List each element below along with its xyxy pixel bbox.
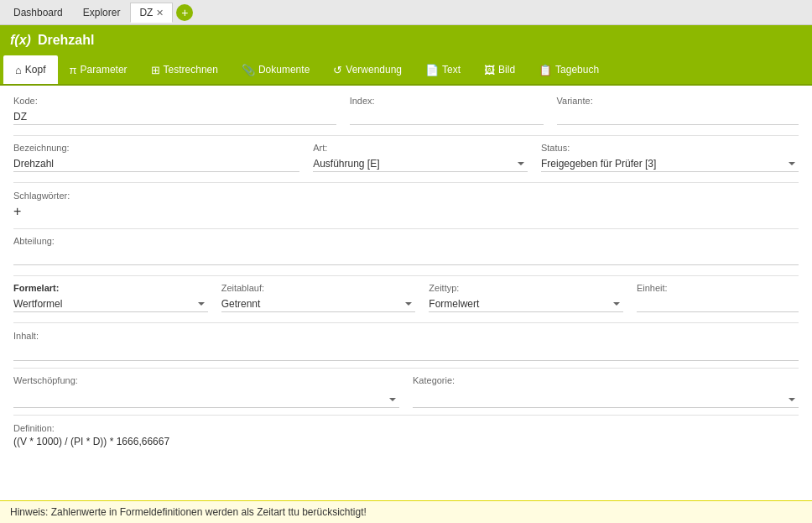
group-zeitablauf: Zeitablauf: Getrennt Option 2 — [221, 283, 416, 312]
einheit-label: Einheit: — [637, 283, 799, 293]
pdf-icon: 📄 — [425, 64, 439, 76]
close-dz-button[interactable]: ✕ — [156, 8, 164, 18]
group-wertschoepfung: Wertschöpfung: — [13, 375, 399, 408]
definition-value: ((V * 1000) / (PI * D)) * 1666,66667 — [13, 436, 799, 447]
abteilung-label: Abteilung: — [13, 236, 799, 246]
bezeichnung-label: Bezeichnung: — [13, 143, 299, 153]
group-art: Art: Ausführung [E] Option 2 — [313, 143, 528, 172]
cycle-icon: ↺ — [333, 64, 342, 76]
group-inhalt: Inhalt: — [13, 330, 799, 361]
zeitablauf-select[interactable]: Getrennt Option 2 — [221, 296, 416, 312]
row-bezeichnung: Bezeichnung: Art: Ausführung [E] Option … — [13, 143, 799, 172]
add-schlagwort-button[interactable]: + — [13, 205, 21, 218]
group-definition: Definition: ((V * 1000) / (PI * D)) * 16… — [13, 422, 799, 447]
schlagwoerter-label: Schlagwörter: — [13, 191, 70, 201]
status-label: Status: — [541, 143, 799, 153]
main-content: Kode: Index: Variante: Bezeichnung: Art:… — [0, 86, 812, 523]
inhalt-input[interactable] — [13, 345, 799, 361]
nav-tab-bild-label: Bild — [498, 64, 515, 76]
kategorie-label: Kategorie: — [413, 375, 799, 385]
group-abteilung: Abteilung: — [13, 236, 799, 265]
group-index: Index: — [350, 96, 544, 125]
bezeichnung-input[interactable] — [13, 156, 299, 172]
group-zeittyp: Zeittyp: Formelwert Option 2 — [429, 283, 623, 312]
kode-input[interactable] — [13, 109, 336, 125]
tab-explorer[interactable]: Explorer — [73, 2, 131, 24]
group-kode: Kode: — [13, 96, 336, 125]
add-tab-button[interactable]: + — [176, 4, 193, 21]
group-einheit: Einheit: — [637, 283, 799, 312]
status-select[interactable]: Freigegeben für Prüfer [3] Option 2 — [541, 156, 799, 172]
formula-title-text: Drehzahl — [38, 33, 95, 48]
hint-bar: Hinweis: Zahlenwerte in Formeldefinition… — [0, 500, 812, 523]
zeittyp-select[interactable]: Formelwert Option 2 — [429, 296, 623, 312]
image-icon: 🖼 — [484, 64, 495, 76]
nav-tab-dokumente[interactable]: 📎 Dokumente — [230, 55, 321, 84]
formelart-select[interactable]: Wertformel Option 2 — [13, 296, 208, 312]
row-wertschoepfung: Wertschöpfung: Kategorie: — [13, 375, 799, 408]
nav-tab-verwendung[interactable]: ↺ Verwendung — [321, 55, 414, 84]
art-label: Art: — [313, 143, 528, 153]
formelart-label: Formelart: — [13, 283, 208, 293]
group-bezeichnung: Bezeichnung: — [13, 143, 299, 172]
nav-tab-kopf-label: Kopf — [25, 64, 46, 76]
nav-tab-testrechnen[interactable]: ⊞ Testrechnen — [139, 55, 230, 84]
tab-dashboard[interactable]: Dashboard — [3, 2, 73, 24]
nav-tab-testrechnen-label: Testrechnen — [164, 64, 218, 76]
hint-text: Hinweis: Zahlenwerte in Formeldefinition… — [10, 506, 367, 518]
row-formelart: Formelart: Wertformel Option 2 Zeitablau… — [13, 283, 799, 312]
nav-tab-text[interactable]: 📄 Text — [414, 55, 472, 84]
nav-tab-text-label: Text — [442, 64, 461, 76]
definition-label: Definition: — [13, 423, 55, 433]
group-formelart: Formelart: Wertformel Option 2 — [13, 283, 208, 312]
group-kategorie: Kategorie: — [413, 375, 799, 408]
nav-tab-dokumente-label: Dokumente — [258, 64, 310, 76]
row-kode: Kode: Index: Variante: — [13, 96, 799, 125]
calc-icon: ⊞ — [151, 64, 160, 76]
wertschoepfung-label: Wertschöpfung: — [13, 375, 399, 385]
nav-tab-tagebuch[interactable]: 📋 Tagebuch — [527, 55, 611, 84]
tab-dz[interactable]: DZ ✕ — [130, 3, 173, 23]
abteilung-input[interactable] — [13, 249, 799, 265]
zeittyp-label: Zeittyp: — [429, 283, 623, 293]
kategorie-select[interactable] — [413, 392, 799, 408]
kode-label: Kode: — [13, 96, 336, 106]
fx-icon: f(x) — [10, 33, 31, 48]
inhalt-label: Inhalt: — [13, 331, 39, 341]
variante-input[interactable] — [557, 109, 799, 125]
formula-title-bar: f(x) Drehzahl — [0, 25, 812, 55]
group-variante: Variante: — [557, 96, 799, 125]
pi-icon: π — [70, 64, 77, 76]
variante-label: Variante: — [557, 96, 799, 106]
row-schlagwoerter: Schlagwörter: + — [13, 190, 799, 218]
nav-tab-kopf[interactable]: ⌂ Kopf — [3, 55, 58, 84]
book-icon: 📋 — [539, 64, 552, 76]
group-status: Status: Freigegeben für Prüfer [3] Optio… — [541, 143, 799, 172]
nav-tab-bar: ⌂ Kopf π Parameter ⊞ Testrechnen 📎 Dokum… — [0, 55, 812, 86]
index-label: Index: — [350, 96, 544, 106]
paperclip-icon: 📎 — [242, 64, 255, 76]
nav-tab-parameter-label: Parameter — [81, 64, 128, 76]
zeitablauf-label: Zeitablauf: — [221, 283, 416, 293]
row-abteilung: Abteilung: — [13, 236, 799, 265]
art-select[interactable]: Ausführung [E] Option 2 — [313, 156, 528, 172]
nav-tab-bild[interactable]: 🖼 Bild — [472, 55, 527, 84]
top-tab-bar: Dashboard Explorer DZ ✕ + — [0, 0, 812, 25]
tab-dz-label: DZ — [139, 7, 153, 18]
wertschoepfung-select[interactable] — [13, 392, 399, 408]
einheit-input[interactable] — [637, 296, 799, 312]
nav-tab-parameter[interactable]: π Parameter — [58, 55, 139, 84]
nav-tab-verwendung-label: Verwendung — [346, 64, 402, 76]
nav-tab-tagebuch-label: Tagebuch — [555, 64, 599, 76]
index-input[interactable] — [350, 109, 544, 125]
home-icon: ⌂ — [15, 64, 22, 76]
